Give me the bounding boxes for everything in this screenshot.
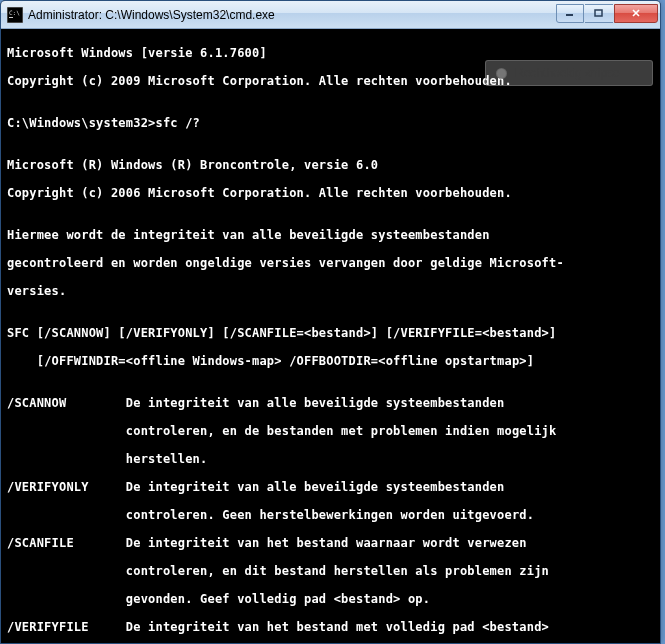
svg-rect-4 (595, 10, 602, 16)
close-button[interactable] (614, 4, 658, 23)
maximize-button[interactable] (585, 4, 613, 23)
cmd-window: C:\ Administrator: C:\Windows\System32\c… (0, 0, 661, 644)
svg-rect-3 (566, 14, 573, 16)
terminal-line: Hiermee wordt de integriteit van alle be… (7, 228, 654, 242)
terminal-line: [/OFFWINDIR=<offline Windows-map> /OFFBO… (7, 354, 654, 368)
terminal-output[interactable]: Microsoft Windows [versie 6.1.7600] Copy… (1, 29, 660, 643)
svg-text:C:\: C:\ (9, 9, 20, 16)
window-title: Administrator: C:\Windows\System32\cmd.e… (28, 8, 556, 22)
terminal-line: herstellen. (7, 452, 654, 466)
terminal-line: /VERIFYONLY De integriteit van alle beve… (7, 480, 654, 494)
titlebar[interactable]: C:\ Administrator: C:\Windows\System32\c… (1, 1, 660, 29)
terminal-line: SFC [/SCANNOW] [/VERIFYONLY] [/SCANFILE=… (7, 326, 654, 340)
terminal-line: Copyright (c) 2006 Microsoft Corporation… (7, 186, 654, 200)
terminal-line: gecontroleerd en worden ongeldige versie… (7, 256, 654, 270)
cmd-icon: C:\ (7, 7, 23, 23)
terminal-line: controleren, en dit bestand herstellen a… (7, 564, 654, 578)
svg-rect-2 (9, 17, 13, 18)
minimize-icon (565, 9, 575, 17)
terminal-line: C:\Windows\system32>sfc /? (7, 116, 654, 130)
terminal-line: controleren. Geen herstelbewerkingen wor… (7, 508, 654, 522)
terminal-line: versies. (7, 284, 654, 298)
minimize-button[interactable] (556, 4, 584, 23)
window-controls (556, 4, 658, 23)
terminal-line: gevonden. Geef volledig pad <bestand> op… (7, 592, 654, 606)
terminal-line: controleren, en de bestanden met problem… (7, 424, 654, 438)
maximize-icon (594, 9, 604, 17)
terminal-line: Copyright (c) 2009 Microsoft Corporation… (7, 74, 654, 88)
terminal-line: Microsoft Windows [versie 6.1.7600] (7, 46, 654, 60)
terminal-line: /SCANFILE De integriteit van het bestand… (7, 536, 654, 550)
terminal-line: /VERIFYFILE De integriteit van het besta… (7, 620, 654, 634)
terminal-line: /SCANNOW De integriteit van alle beveili… (7, 396, 654, 410)
terminal-line: Microsoft (R) Windows (R) Broncontrole, … (7, 158, 654, 172)
close-icon (631, 9, 641, 17)
